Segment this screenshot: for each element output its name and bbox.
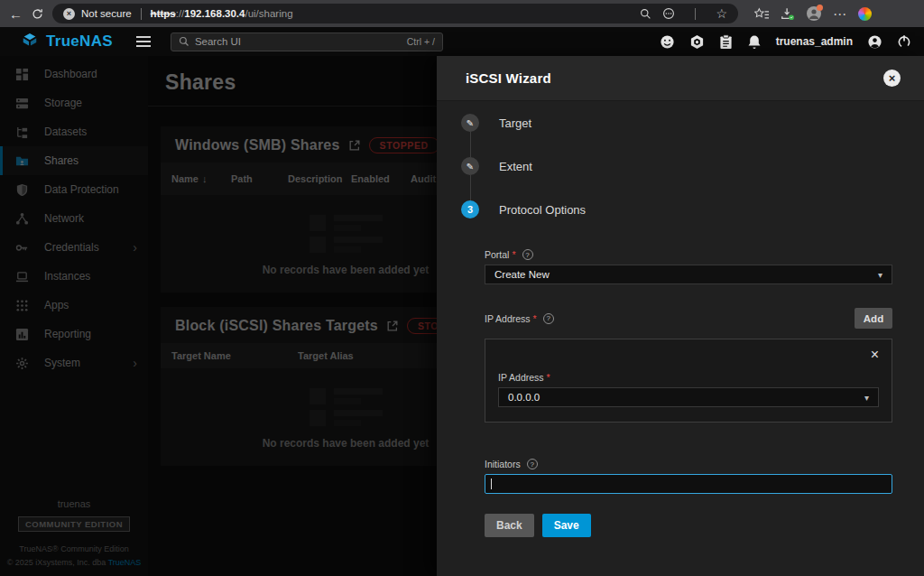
help-icon[interactable]: ? xyxy=(522,249,533,260)
search-shortcut: Ctrl + / xyxy=(407,36,435,47)
step-number: 3 xyxy=(467,204,473,215)
browser-menu-icon[interactable]: ⋯ xyxy=(833,7,846,21)
truecommand-icon[interactable] xyxy=(689,34,705,50)
truenas-logo[interactable]: TrueNAS xyxy=(20,33,113,51)
step-label: Protocol Options xyxy=(499,203,586,217)
power-icon[interactable] xyxy=(897,34,911,49)
browser-back-icon[interactable]: ← xyxy=(9,7,23,21)
alerts-bell-icon[interactable] xyxy=(747,34,762,50)
ip-address-card: × IP Address * 0.0.0.0 ▾ xyxy=(485,339,892,423)
chevron-down-icon: ▾ xyxy=(878,270,882,280)
feedback-smiley-icon[interactable] xyxy=(660,34,675,50)
portal-select[interactable]: Create New ▾ xyxy=(485,265,892,284)
step-edit-circle: ✎ xyxy=(461,114,479,132)
browser-chrome: ← × Not secure https://192.168.30.4/ui/s… xyxy=(0,0,924,27)
browser-profile-icon[interactable] xyxy=(807,6,821,21)
ip-field-label: IP Address xyxy=(498,372,544,383)
page-actions-icon[interactable] xyxy=(662,7,675,20)
save-button[interactable]: Save xyxy=(542,514,591,537)
step-label: Target xyxy=(499,116,531,130)
search-icon xyxy=(179,36,189,47)
close-icon[interactable]: × xyxy=(883,70,901,87)
copilot-icon[interactable] xyxy=(858,7,872,21)
pill-divider xyxy=(695,8,696,20)
jobs-icon[interactable] xyxy=(719,34,733,50)
step-label: Extent xyxy=(499,160,532,173)
ip-group-label: IP Address xyxy=(485,313,531,324)
address-divider xyxy=(141,8,142,20)
ip-selected-value: 0.0.0.0 xyxy=(508,392,540,403)
back-button[interactable]: Back xyxy=(485,514,534,537)
remove-ip-icon[interactable]: × xyxy=(871,347,879,362)
search-input[interactable]: Search UI Ctrl + / xyxy=(171,33,443,51)
iscsi-wizard-panel: iSCSI Wizard × ✎ Target ✎ Extent 3 Proto… xyxy=(437,56,924,576)
step-edit-circle: ✎ xyxy=(461,157,479,175)
security-label: Not secure xyxy=(81,8,132,19)
favorites-bar-icon[interactable] xyxy=(754,7,769,21)
portal-selected-value: Create New xyxy=(494,269,550,280)
wizard-form: Portal * ? Create New ▾ IP Address * ? A… xyxy=(437,218,924,537)
menu-toggle-icon[interactable] xyxy=(136,36,151,47)
url-text: https://192.168.30.4/ui/sharing xyxy=(151,8,293,19)
add-ip-button[interactable]: Add xyxy=(855,308,892,329)
initiators-label: Initiators xyxy=(485,459,521,469)
help-icon[interactable]: ? xyxy=(527,459,538,469)
ip-address-select[interactable]: 0.0.0.0 ▾ xyxy=(498,387,879,407)
username-label: truenas_admin xyxy=(776,35,853,48)
chevron-down-icon: ▾ xyxy=(864,393,869,403)
pencil-icon: ✎ xyxy=(467,162,474,172)
downloads-icon[interactable] xyxy=(781,7,795,21)
url-host: 192.168.30.4 xyxy=(184,8,245,19)
zoom-page-icon[interactable] xyxy=(640,8,651,20)
step-target[interactable]: ✎ Target xyxy=(461,114,924,132)
brand-name: TrueNAS xyxy=(46,33,113,51)
step-connector xyxy=(470,132,471,157)
step-connector xyxy=(470,175,471,200)
screen: ← × Not secure https://192.168.30.4/ui/s… xyxy=(0,0,924,576)
search-placeholder: Search UI xyxy=(195,36,241,47)
step-extent[interactable]: ✎ Extent xyxy=(461,157,924,175)
required-marker: * xyxy=(547,372,550,383)
help-icon[interactable]: ? xyxy=(543,313,554,324)
wizard-header: iSCSI Wizard × xyxy=(437,56,924,101)
modal-backdrop[interactable] xyxy=(0,56,437,576)
url-separator: :// xyxy=(176,8,185,19)
address-bar[interactable]: × Not secure https://192.168.30.4/ui/sha… xyxy=(52,4,738,23)
profile-notification-dot xyxy=(817,5,823,11)
bookmark-star-icon[interactable]: ☆ xyxy=(716,7,727,20)
wizard-stepper: ✎ Target ✎ Extent 3 Protocol Options xyxy=(437,101,924,218)
initiators-input[interactable] xyxy=(485,474,892,494)
url-scheme: https xyxy=(151,8,176,19)
step-number-circle: 3 xyxy=(461,200,479,218)
browser-refresh-icon[interactable] xyxy=(32,8,43,20)
app-header: TrueNAS Search UI Ctrl + / truenas_admin xyxy=(0,27,924,56)
step-protocol-options[interactable]: 3 Protocol Options xyxy=(461,200,924,218)
content-area: Dashboard Storage Datasets Shares Data P… xyxy=(0,56,924,576)
account-icon[interactable] xyxy=(867,34,882,50)
wizard-title: iSCSI Wizard xyxy=(466,70,551,86)
required-marker: * xyxy=(512,249,515,260)
url-path: /ui/sharing xyxy=(245,8,292,19)
pencil-icon: ✎ xyxy=(467,118,474,128)
not-secure-icon: × xyxy=(63,8,75,20)
text-cursor xyxy=(491,478,492,489)
required-marker: * xyxy=(533,313,537,324)
portal-label: Portal xyxy=(485,249,509,260)
